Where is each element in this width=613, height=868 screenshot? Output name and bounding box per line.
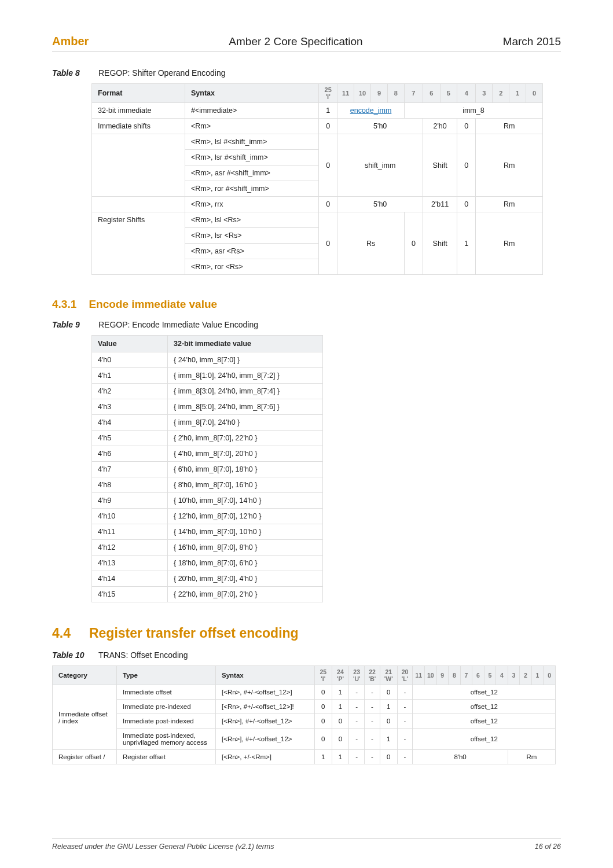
page-header: Amber Amber 2 Core Specification March 2… bbox=[52, 35, 561, 52]
t9-row: 4'h7{ 6'h0, imm_8[7:0], 18'h0 } bbox=[92, 462, 323, 477]
t9-value: 4'h4 bbox=[92, 415, 168, 431]
table9-label-row: Table 9 REGOP: Encode Immediate Value En… bbox=[52, 320, 561, 329]
t10-h-21: 21'W' bbox=[380, 666, 397, 685]
t10-h-10: 10 bbox=[424, 666, 436, 685]
t9-row: 4'h0{ 24'h0, imm_8[7:0] } bbox=[92, 352, 323, 368]
t10-type: Immediate pre-indexed bbox=[117, 700, 216, 714]
t8-4: 0 bbox=[457, 134, 476, 197]
page-footer: Released under the GNU Lesser General Pu… bbox=[52, 838, 561, 851]
table9-caption: REGOP: Encode Immediate Value Encoding bbox=[98, 320, 258, 329]
t9-value: 4'h6 bbox=[92, 446, 168, 462]
brand: Amber bbox=[52, 35, 89, 48]
t8-syntax: <Rm>, ror #<shift_imm> bbox=[185, 181, 319, 197]
t8-3-0: Rm bbox=[476, 134, 543, 197]
t9-row: 4'h8{ 8'h0, imm_8[7:0], 16'h0 } bbox=[92, 477, 323, 493]
t9-row: 4'h3{ imm_8[5:0], 24'h0, imm_8[7:6] } bbox=[92, 399, 323, 415]
table9-label: Table 9 bbox=[52, 320, 87, 329]
t8-shift: Shift bbox=[423, 212, 457, 275]
t8-format: Immediate shifts bbox=[92, 119, 185, 134]
t10-h-25: 25'I' bbox=[315, 666, 332, 685]
t10-8h0: 8'h0 bbox=[413, 750, 508, 764]
table8: Format Syntax 25'I' 11 10 9 8 7 6 5 4 3 … bbox=[91, 83, 543, 275]
t10-h-3: 3 bbox=[508, 666, 520, 685]
t9-value: 4'h7 bbox=[92, 462, 168, 477]
t9-value: 4'h11 bbox=[92, 524, 168, 540]
t8-i25: 0 bbox=[319, 134, 337, 197]
t8-i25: 0 bbox=[319, 119, 337, 134]
t9-row: 4'h4{ imm_8[7:0], 24'h0 } bbox=[92, 415, 323, 431]
table9: Value 32-bit immediate value 4'h0{ 24'h0… bbox=[91, 335, 323, 602]
t10-type: Immediate post-indexed, unprivilaged mem… bbox=[117, 729, 216, 750]
t8-row: Immediate shifts <Rm> 0 5'h0 2'h0 0 Rm bbox=[92, 119, 543, 134]
t9-immediate: { 22'h0, imm_8[7:0], 2'h0 } bbox=[168, 587, 323, 602]
t10-syntax: [<Rn>, #+/-<offset_12>] bbox=[216, 685, 315, 700]
t10-h-23: 23'U' bbox=[349, 666, 365, 685]
t8-11-7: 5'h0 bbox=[337, 197, 423, 212]
t8-h-6: 6 bbox=[423, 84, 441, 103]
t9-value: 4'h5 bbox=[92, 431, 168, 446]
t9-value: 4'h13 bbox=[92, 556, 168, 571]
t8-h-7: 7 bbox=[404, 84, 423, 103]
section-4-3-1-heading: 4.3.1 Encode immediate value bbox=[52, 298, 561, 311]
t10-h-1: 1 bbox=[531, 666, 544, 685]
section-4-4-heading: 4.4 Register transfer offset encoding bbox=[52, 626, 561, 641]
footer-page: 16 of 26 bbox=[535, 843, 561, 851]
table8-label: Table 8 bbox=[52, 68, 87, 78]
t10-type: Immediate offset bbox=[117, 685, 216, 700]
t8-6-5: 2'b11 bbox=[423, 197, 457, 212]
t8-syntax: <Rm>, asr #<shift_imm> bbox=[185, 165, 319, 181]
footer-license: Released under the GNU Lesser General Pu… bbox=[52, 843, 274, 851]
t9-value: 4'h1 bbox=[92, 368, 168, 384]
t10-h-9: 9 bbox=[436, 666, 449, 685]
t10-type: Immediate post-indexed bbox=[117, 714, 216, 729]
t8-format: Register Shifts bbox=[92, 212, 185, 228]
t9-row: 4'h13{ 18'h0, imm_8[7:0], 6'h0 } bbox=[92, 556, 323, 571]
t8-h-4: 4 bbox=[457, 84, 476, 103]
t8-h-25: 25'I' bbox=[319, 84, 337, 103]
t10-h-category: Category bbox=[53, 666, 117, 685]
t10-row: Immediate offset / index Immediate offse… bbox=[53, 685, 556, 700]
t8-shift: Shift bbox=[423, 134, 457, 197]
t8-syntax: <Rm>, ror <Rs> bbox=[185, 259, 319, 275]
t8-h-5: 5 bbox=[440, 84, 457, 103]
t9-value: 4'h3 bbox=[92, 399, 168, 415]
t8-imm8: imm_8 bbox=[404, 103, 542, 119]
t9-immediate: { 20'h0, imm_8[7:0], 4'h0 } bbox=[168, 571, 323, 587]
t10-syntax: [<Rn>], #+/-<offset_12> bbox=[216, 729, 315, 750]
t10-syntax: [<Rn>], #+/-<offset_12> bbox=[216, 714, 315, 729]
t8-7: 0 bbox=[404, 212, 423, 275]
t10-h-22: 22'B' bbox=[365, 666, 380, 685]
t9-immediate: { 2'h0, imm_8[7:0], 22'h0 } bbox=[168, 431, 323, 446]
t9-row: 4'h6{ 4'h0, imm_8[7:0], 20'h0 } bbox=[92, 446, 323, 462]
t8-i25: 0 bbox=[319, 212, 337, 275]
t8-format: 32-bit immediate bbox=[92, 103, 185, 119]
t8-rs: Rs bbox=[337, 212, 405, 275]
t9-row: 4'h5{ 2'h0, imm_8[7:0], 22'h0 } bbox=[92, 431, 323, 446]
t10-offset12: offset_12 bbox=[413, 685, 556, 700]
t8-row: 32-bit immediate #<immediate> 1 encode_i… bbox=[92, 103, 543, 119]
t9-row: 4'h11{ 14'h0, imm_8[7:0], 10'h0 } bbox=[92, 524, 323, 540]
t10-h-type: Type bbox=[117, 666, 216, 685]
t8-4: 1 bbox=[457, 212, 476, 275]
t8-row: <Rm>, lsl #<shift_imm> 0 shift_imm Shift… bbox=[92, 134, 543, 150]
table10: Category Type Syntax 25'I' 24'P' 23'U' 2… bbox=[52, 665, 556, 764]
section-number: 4.4 bbox=[52, 626, 71, 641]
t8-4: 0 bbox=[457, 119, 476, 134]
t10-b24: 1 bbox=[332, 685, 349, 700]
t10-syntax: [<Rn>, #+/-<offset_12>]! bbox=[216, 700, 315, 714]
t10-h-8: 8 bbox=[449, 666, 461, 685]
t9-h-value: Value bbox=[92, 336, 168, 352]
t10-row: Register offset / Register offset [<Rn>,… bbox=[53, 750, 556, 764]
t10-h-11: 11 bbox=[413, 666, 425, 685]
t9-row: 4'h9{ 10'h0, imm_8[7:0], 14'h0 } bbox=[92, 493, 323, 509]
t9-immediate: { 4'h0, imm_8[7:0], 20'h0 } bbox=[168, 446, 323, 462]
t8-i25: 0 bbox=[319, 197, 337, 212]
t10-h-20: 20'L' bbox=[397, 666, 413, 685]
t8-encode-imm-link[interactable]: encode_imm bbox=[337, 103, 405, 119]
t10-b23: - bbox=[349, 685, 365, 700]
section-title: Register transfer offset encoding bbox=[89, 626, 299, 641]
t8-h-10: 10 bbox=[354, 84, 371, 103]
t8-syntax: <Rm>, lsr <Rs> bbox=[185, 228, 319, 244]
t10-h-0: 0 bbox=[544, 666, 556, 685]
t10-b20: - bbox=[397, 685, 413, 700]
